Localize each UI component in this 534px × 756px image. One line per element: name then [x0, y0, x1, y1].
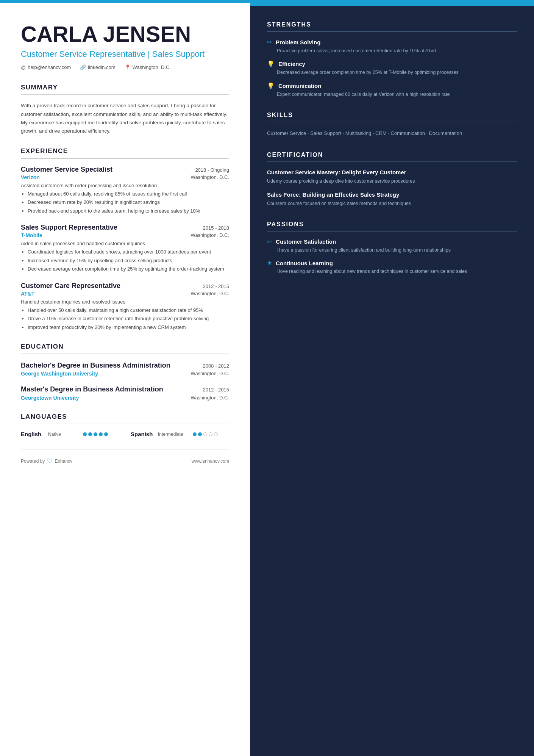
strength-item-3: 💡 Communication Expert communicator, man…	[267, 82, 517, 98]
exp-bullets-1: Managed about 60 calls daily, resolving …	[21, 190, 229, 215]
bullet: Managed about 60 calls daily, resolving …	[28, 190, 229, 198]
edu-sub-2: Georgetown University Washington, D.C.	[21, 395, 229, 401]
passion-name-2: Continuous Learning	[276, 260, 333, 266]
strength-desc-2: Decreased average order completion time …	[267, 69, 517, 76]
summary-title: SUMMARY	[21, 84, 229, 91]
strength-name-3: Communication	[278, 83, 321, 89]
exp-company-2: T-Mobile	[21, 232, 42, 238]
email-icon: @	[21, 64, 26, 70]
passion-header-1: ✏ Customer Satisfaction	[267, 238, 517, 245]
website-url: www.enhancv.com	[192, 459, 229, 464]
enhancv-heart-icon: ♡	[47, 457, 52, 465]
wrench-icon: ✏	[267, 39, 272, 46]
bullet: Coordinated logistics for local trade sh…	[28, 248, 229, 256]
strength-desc-3: Expert communicator, managed 60 calls da…	[267, 91, 517, 98]
edu-entry-1: Bachelor's Degree in Business Administra…	[21, 361, 229, 377]
exp-header-2: Sales Support Representative 2015 - 2018	[21, 224, 229, 232]
lang-dots-es	[193, 432, 218, 436]
dot	[88, 432, 92, 436]
bulb-icon: 💡	[267, 60, 275, 67]
certification-section: CERTIFICATION Customer Service Mastery: …	[267, 152, 517, 208]
exp-date-3: 2012 - 2015	[203, 283, 229, 289]
exp-loc-1: Washington, D.C.	[191, 174, 229, 180]
languages-title: LANGUAGES	[21, 413, 229, 421]
dot-filled	[198, 432, 202, 436]
header-section: CARLA JENSEN Customer Service Representa…	[21, 22, 229, 70]
left-footer: Powered by ♡ Enhancv www.enhancv.com	[21, 449, 229, 465]
dot	[99, 432, 103, 436]
cert-item-1: Customer Service Mastery: Delight Every …	[267, 169, 517, 185]
cert-title-2: Sales Force: Building an Effective Sales…	[267, 191, 517, 199]
exp-header-3: Customer Care Representative 2012 - 2015	[21, 282, 229, 290]
brand-name: Enhancv	[55, 459, 72, 464]
strength-desc-1: Proactive problem solver, increased cust…	[267, 47, 517, 55]
cert-desc-1: Udemy course providing a deep dive into …	[267, 178, 517, 185]
exp-loc-3: Washington, D.C.	[191, 291, 229, 297]
education-divider	[21, 354, 229, 354]
powered-by-label: Powered by	[21, 459, 45, 464]
skills-section: SKILLS Customer Service · Sales Support …	[267, 112, 517, 138]
skills-divider	[267, 122, 517, 122]
lang-dots-en	[83, 432, 108, 436]
exp-desc-3: Handled customer inquiries and resolved …	[21, 299, 229, 305]
strength-header-3: 💡 Communication	[267, 82, 517, 89]
lang-name-es: Spanish	[131, 431, 153, 437]
lang-name-en: English	[21, 431, 44, 437]
exp-date-1: 2018 - Ongoing	[195, 167, 229, 173]
resume-container: CARLA JENSEN Customer Service Representa…	[0, 3, 534, 756]
passion-item-2: ★ Continuous Learning I love reading and…	[267, 260, 517, 275]
languages-section: LANGUAGES English Native Spanish	[21, 413, 229, 438]
exp-date-2: 2015 - 2018	[203, 225, 229, 231]
strength-header-1: ✏ Problem Solving	[267, 39, 517, 46]
edu-degree-2: Master's Degree in Business Administrati…	[21, 385, 163, 394]
experience-section: EXPERIENCE Customer Service Specialist 2…	[21, 147, 229, 331]
passion-item-1: ✏ Customer Satisfaction I have a passion…	[267, 238, 517, 254]
candidate-title: Customer Service Representative | Sales …	[21, 49, 229, 59]
dot-filled	[193, 432, 197, 436]
passions-title: PASSIONS	[267, 221, 517, 228]
certification-title: CERTIFICATION	[267, 152, 517, 158]
dot	[94, 432, 97, 436]
edu-school-1: George Washington University	[21, 371, 98, 377]
dot	[104, 432, 108, 436]
star-icon: ★	[267, 260, 272, 266]
edu-header-1: Bachelor's Degree in Business Administra…	[21, 361, 229, 370]
passion-desc-2: I love reading and learning about new tr…	[267, 268, 517, 275]
summary-divider	[21, 94, 229, 95]
contact-info: @ help@enhancv.com 🔗 linkedin.com 📍 Wash…	[21, 64, 229, 70]
right-column: STRENGTHS ✏ Problem Solving Proactive pr…	[250, 3, 534, 756]
dot-empty	[203, 432, 207, 436]
powered-by: Powered by ♡ Enhancv	[21, 457, 72, 465]
bullet: Drove a 10% increase in customer retenti…	[28, 315, 229, 322]
dot-empty	[209, 432, 212, 436]
exp-entry-1: Customer Service Specialist 2018 - Ongoi…	[21, 166, 229, 215]
bullet: Decreased average order completion time …	[28, 265, 229, 273]
strengths-section: STRENGTHS ✏ Problem Solving Proactive pr…	[267, 21, 517, 98]
edu-entry-2: Master's Degree in Business Administrati…	[21, 385, 229, 401]
exp-entry-3: Customer Care Representative 2012 - 2015…	[21, 282, 229, 331]
education-section: EDUCATION Bachelor's Degree in Business …	[21, 343, 229, 401]
strength-item-2: 💡 Efficiency Decreased average order com…	[267, 60, 517, 76]
certification-divider	[267, 161, 517, 162]
lang-english: English Native	[21, 431, 108, 437]
passion-desc-1: I have a passion for ensuring client sat…	[267, 247, 517, 254]
linkedin-text: linkedin.com	[88, 64, 115, 70]
exp-bullets-3: Handled over 50 calls daily, maintaining…	[21, 307, 229, 331]
left-column: CARLA JENSEN Customer Service Representa…	[0, 3, 250, 756]
location-icon: 📍	[125, 64, 131, 70]
lang-level-en: Native	[48, 432, 78, 437]
edu-loc-1: Washington, D.C.	[191, 371, 229, 377]
strength-item-1: ✏ Problem Solving Proactive problem solv…	[267, 39, 517, 55]
exp-sub-2: T-Mobile Washington, D.C.	[21, 232, 229, 238]
education-title: EDUCATION	[21, 343, 229, 351]
bullet: Handled over 50 calls daily, maintaining…	[28, 307, 229, 314]
exp-header-1: Customer Service Specialist 2018 - Ongoi…	[21, 166, 229, 174]
bullet: Decreased return rate by 20% resulting i…	[28, 199, 229, 206]
location-text: Washington, D.C.	[133, 64, 171, 70]
skills-text: Customer Service · Sales Support · Multi…	[267, 129, 517, 138]
strength-name-2: Efficiency	[278, 61, 305, 67]
bullet: Increased revenue by 15% by upselling an…	[28, 257, 229, 265]
pencil-icon: ✏	[267, 238, 272, 245]
exp-company-1: Verizon	[21, 174, 40, 180]
bullet: Provided back-end support to the sales t…	[28, 207, 229, 215]
